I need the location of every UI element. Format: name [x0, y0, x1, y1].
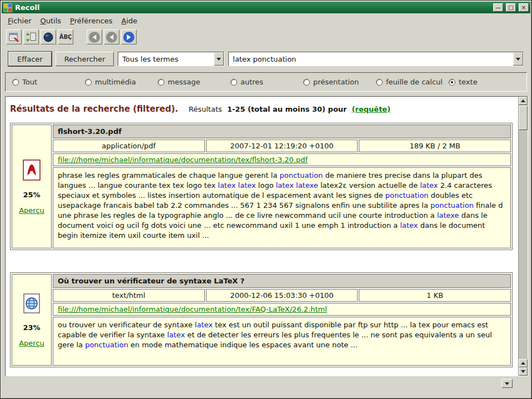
- query-history-dropdown-button[interactable]: [513, 52, 523, 66]
- search-input[interactable]: [229, 55, 513, 63]
- preview-link[interactable]: Aperçu: [19, 206, 44, 215]
- results-header: Résultats de la recherche (filtered). Ré…: [9, 101, 514, 115]
- radio-label: multimédia: [95, 78, 136, 86]
- radio-label: message: [168, 78, 200, 86]
- result-title[interactable]: Où trouver un vérificateur de syntaxe La…: [53, 274, 511, 288]
- term-explorer-button[interactable]: ÂBÇ: [58, 29, 73, 44]
- scroll-up-button[interactable]: [519, 97, 528, 105]
- next-page-icon: [123, 31, 135, 43]
- result-url-link[interactable]: file:///home/michael/informatique/docume…: [53, 153, 511, 166]
- result-title[interactable]: flshort-3.20.pdf: [53, 124, 511, 138]
- search-button[interactable]: Rechercher: [56, 52, 114, 66]
- highlighted-term: latex latex: [218, 181, 255, 189]
- filter-radio-tout[interactable]: Tout: [12, 78, 85, 86]
- search-mode-dropdown-button[interactable]: [214, 52, 224, 66]
- first-page-icon: [88, 31, 101, 43]
- result-meta-row: application/pdf 2007-12-01 12:19:20 +010…: [53, 139, 511, 152]
- scroll-up-button-bottom[interactable]: [519, 359, 528, 367]
- menu-item-fichier[interactable]: Fichier: [3, 15, 36, 27]
- results-count-prefix: Résultats: [189, 105, 222, 113]
- window-title: Recoll: [15, 3, 490, 12]
- result-1-side: 25% Aperçu: [12, 124, 52, 248]
- next-page-button[interactable]: [121, 29, 137, 44]
- previous-page-icon: [106, 31, 118, 43]
- sort-by-date-icon: [26, 32, 37, 43]
- highlighted-term: ponctuation: [85, 341, 128, 349]
- result-date: 2000-12-06 15:03:30 +0100: [206, 289, 358, 302]
- results-scrollbar[interactable]: [518, 97, 528, 376]
- highlighted-term: latex latexe: [276, 181, 318, 189]
- sort-by-date-button[interactable]: [23, 29, 39, 44]
- pdf-document-icon[interactable]: [22, 159, 42, 183]
- highlighted-term: latex: [167, 331, 185, 339]
- clear-button[interactable]: Effacer: [8, 52, 52, 66]
- highlighted-term: latexe: [437, 211, 459, 220]
- query-link[interactable]: (requête): [352, 105, 391, 113]
- result-2-body: Où trouver un vérificateur de syntaxe La…: [53, 274, 511, 366]
- results-title: Résultats de la recherche (filtered).: [10, 104, 178, 114]
- radio-icon: [158, 79, 164, 86]
- clear-search-button[interactable]: [6, 29, 22, 44]
- search-mode-value: Tous les termes: [118, 55, 214, 63]
- menu-item-préférences[interactable]: Préférences: [66, 15, 117, 27]
- scrollbar-thumb[interactable]: [519, 106, 528, 130]
- result-date: 2007-12-01 12:19:20 +0100: [206, 139, 358, 152]
- result-entry-2: 23% Aperçu Où trouver un vérificateur de…: [10, 272, 513, 367]
- arrow-down-icon: [521, 370, 525, 373]
- result-size: 189 KB / 2 MB: [359, 139, 511, 152]
- radio-label: Tout: [22, 78, 37, 86]
- html-document-icon[interactable]: [22, 293, 41, 316]
- query-details-icon: [43, 32, 54, 43]
- result-mime-type: application/pdf: [53, 139, 205, 152]
- menu-item-outils[interactable]: Outils: [36, 15, 66, 27]
- scrollbar-track[interactable]: [519, 105, 528, 359]
- filter-radio-présentation[interactable]: présentation: [303, 78, 376, 86]
- results-content: Résultats de la recherche (filtered). Ré…: [6, 97, 518, 376]
- result-url-link[interactable]: file:///home/michael/informatique/docume…: [53, 303, 511, 316]
- toolbar-group-navigation: [87, 29, 137, 44]
- preview-link[interactable]: Aperçu: [19, 339, 44, 347]
- radio-icon: [303, 79, 310, 86]
- filter-radio-autres[interactable]: autres: [230, 78, 303, 86]
- menubar: FichierOutilsPréférencesAide: [1, 13, 531, 28]
- radio-selected-icon: [449, 79, 455, 86]
- first-page-button[interactable]: [87, 29, 102, 44]
- detail-scroll-button[interactable]: [501, 379, 513, 388]
- results-count-range: 1-25 (total au moins 30) pour: [227, 105, 347, 113]
- highlighted-term: latex: [400, 221, 418, 230]
- radio-icon: [376, 79, 383, 86]
- status-bar: [1, 376, 531, 398]
- filter-radio-texte[interactable]: texte: [449, 78, 478, 86]
- radio-label: autres: [240, 78, 263, 86]
- radio-label: texte: [459, 78, 478, 86]
- term-explorer-icon: ÂBÇ: [59, 34, 72, 40]
- result-snippet: phrase les regles grammaticales de chaqu…: [53, 167, 511, 248]
- radio-icon: [12, 79, 19, 86]
- arrow-down-icon: [505, 382, 509, 385]
- titlebar: Recoll — □ ×: [2, 2, 530, 13]
- highlighted-term: latex: [420, 181, 438, 189]
- filter-radio-message[interactable]: message: [158, 78, 230, 86]
- relevance-percent: 23%: [23, 323, 40, 332]
- result-mime-type: text/html: [53, 289, 205, 302]
- scroll-down-button[interactable]: [519, 367, 528, 376]
- highlighted-term: ponctuation: [430, 201, 474, 210]
- highlighted-term: ponctuation: [280, 171, 323, 179]
- minimize-button[interactable]: —: [493, 3, 503, 12]
- toolbar: ÂBÇ: [1, 28, 531, 47]
- menu-item-aide[interactable]: Aide: [117, 15, 142, 27]
- radio-label: présentation: [313, 78, 359, 86]
- maximize-button[interactable]: □: [506, 3, 516, 12]
- radio-label: feuille de calcul: [386, 78, 443, 86]
- toolbar-group-main: ÂBÇ: [6, 29, 73, 44]
- result-meta-row: text/html 2000-12-06 15:03:30 +0100 1 KB: [53, 289, 511, 302]
- search-mode-select[interactable]: Tous les termes: [118, 52, 224, 66]
- result-2-side: 23% Aperçu: [12, 274, 52, 366]
- close-button[interactable]: ×: [519, 3, 529, 12]
- previous-page-button[interactable]: [104, 29, 119, 44]
- filter-radio-multimédia[interactable]: multimédia: [85, 78, 158, 86]
- radio-icon: [230, 79, 237, 86]
- result-entry-1: 25% Aperçu flshort-3.20.pdf application/…: [10, 123, 513, 250]
- filter-radio-feuille-de-calcul[interactable]: feuille de calcul: [376, 78, 449, 86]
- query-details-button[interactable]: [41, 29, 56, 44]
